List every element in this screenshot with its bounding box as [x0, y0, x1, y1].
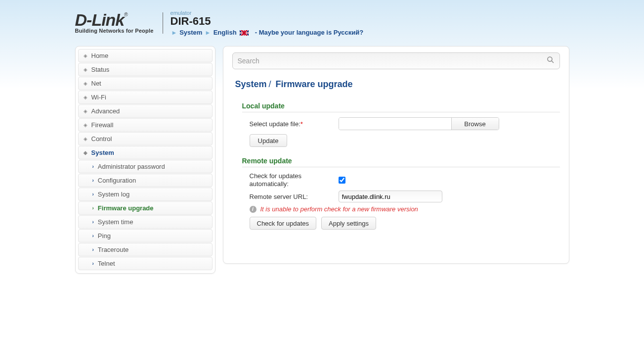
file-input[interactable]: Browse: [339, 117, 499, 130]
chevron-icon: ◈: [84, 150, 87, 155]
update-button[interactable]: Update: [250, 134, 287, 147]
sidebar-sub-system-log[interactable]: ›System log: [78, 188, 213, 201]
sidebar-item-label: System: [91, 149, 114, 156]
sidebar-item-home[interactable]: ◈Home: [78, 49, 213, 62]
chevron-right-icon: ›: [92, 205, 94, 211]
browse-button[interactable]: Browse: [451, 118, 499, 130]
search-box: [232, 52, 560, 69]
chevron-right-icon: ›: [92, 219, 94, 225]
sidebar-sub-firmware-upgrade[interactable]: ›Firmware upgrade: [78, 201, 213, 215]
chevron-right-icon: ›: [92, 233, 94, 239]
sidebar-sub-traceroute[interactable]: ›Traceroute: [78, 243, 213, 256]
remote-url-input[interactable]: [339, 191, 442, 202]
model-block: emulator DIR-615 ▸ System ▸ English - Ma…: [163, 10, 367, 36]
sidebar-item-label: Firewall: [91, 121, 114, 129]
info-icon: i: [250, 206, 257, 213]
sidebar-item-net[interactable]: ◈Net: [78, 77, 213, 90]
remote-url-label: Remote server URL:: [250, 193, 339, 200]
sidebar-item-label: System log: [98, 191, 129, 198]
main-content: System/ Firmware upgrade Local update Se…: [223, 46, 569, 264]
chevron-right-icon: ›: [92, 178, 94, 183]
sidebar-sub-telnet[interactable]: ›Telnet: [78, 257, 213, 270]
breadcrumb-system[interactable]: System: [179, 29, 202, 36]
sidebar-item-label: Net: [91, 80, 101, 87]
sidebar-item-label: System time: [98, 218, 133, 226]
flag-uk-icon: [240, 30, 249, 36]
sidebar-item-label: Ping: [98, 232, 111, 240]
check-updates-button[interactable]: Check for updates: [250, 217, 317, 230]
chevron-icon: ◈: [84, 108, 87, 114]
sidebar-item-label: Firmware upgrade: [98, 204, 154, 212]
sidebar-item-system[interactable]: ◈System: [78, 146, 213, 159]
svg-line-1: [552, 61, 554, 63]
sidebar-sub-configuration[interactable]: ›Configuration: [78, 174, 213, 187]
auto-check-label: Check for updates automatically:: [250, 172, 339, 188]
sidebar-item-wifi[interactable]: ◈Wi-Fi: [78, 91, 213, 104]
logo-tagline: Building Networks for People: [75, 28, 154, 34]
sidebar-item-label: Traceroute: [98, 246, 129, 253]
sidebar-item-advanced[interactable]: ◈Advanced: [78, 104, 213, 118]
chevron-right-icon: ›: [92, 192, 94, 197]
header: D-Link® Building Networks for People emu…: [75, 5, 569, 46]
sidebar-item-label: Control: [91, 135, 112, 143]
chevron-icon: ◈: [84, 122, 87, 128]
chevron-icon: ◈: [84, 136, 87, 142]
chevron-icon: ◈: [84, 81, 87, 86]
select-file-label: Select update file:*: [250, 120, 339, 128]
sidebar-sub-ping[interactable]: ›Ping: [78, 229, 213, 242]
chevron-icon: ◈: [84, 53, 87, 58]
sidebar-sub-admin-password[interactable]: ›Administrator password: [78, 160, 213, 173]
sidebar: ◈Home ◈Status ◈Net ◈Wi-Fi ◈Advanced ◈Fir…: [75, 46, 215, 274]
chevron-icon: ◈: [84, 95, 87, 100]
chevron-right-icon: ›: [92, 261, 94, 266]
auto-check-checkbox[interactable]: [339, 177, 345, 184]
logo-text: D-Link®: [75, 12, 154, 28]
section-remote-update: Remote update: [242, 157, 560, 167]
chevron-icon: ◈: [84, 67, 87, 72]
chevron-right-icon: ›: [92, 164, 94, 169]
triangle-icon: ▸: [206, 29, 210, 36]
sidebar-item-label: Home: [91, 52, 109, 59]
file-name-field[interactable]: [339, 118, 451, 130]
sidebar-item-label: Status: [91, 66, 110, 73]
model-name: DIR-615: [171, 15, 367, 28]
search-icon[interactable]: [547, 56, 555, 66]
sidebar-item-label: Telnet: [98, 260, 115, 267]
svg-point-0: [548, 57, 552, 61]
apply-settings-button[interactable]: Apply settings: [321, 217, 376, 230]
warning-text: It is unable to perform check for a new …: [260, 205, 418, 213]
lang-suggestion[interactable]: - Maybe your language is Русский?: [255, 29, 363, 36]
logo: D-Link® Building Networks for People: [75, 12, 163, 34]
sidebar-item-label: Wi-Fi: [91, 94, 106, 101]
sidebar-item-control[interactable]: ◈Control: [78, 132, 213, 145]
page-title: System/ Firmware upgrade: [235, 79, 560, 90]
sidebar-sub-system-time[interactable]: ›System time: [78, 215, 213, 229]
sidebar-item-status[interactable]: ◈Status: [78, 63, 213, 76]
sidebar-item-label: Advanced: [91, 107, 120, 115]
search-input[interactable]: [238, 57, 547, 65]
section-local-update: Local update: [242, 102, 560, 112]
breadcrumb-language[interactable]: English: [214, 29, 251, 36]
sidebar-item-firewall[interactable]: ◈Firewall: [78, 118, 213, 132]
chevron-right-icon: ›: [92, 247, 94, 252]
sidebar-item-label: Configuration: [98, 177, 136, 184]
breadcrumb: ▸ System ▸ English - Maybe your language…: [171, 29, 367, 36]
triangle-icon: ▸: [172, 29, 176, 36]
sidebar-item-label: Administrator password: [98, 163, 165, 170]
